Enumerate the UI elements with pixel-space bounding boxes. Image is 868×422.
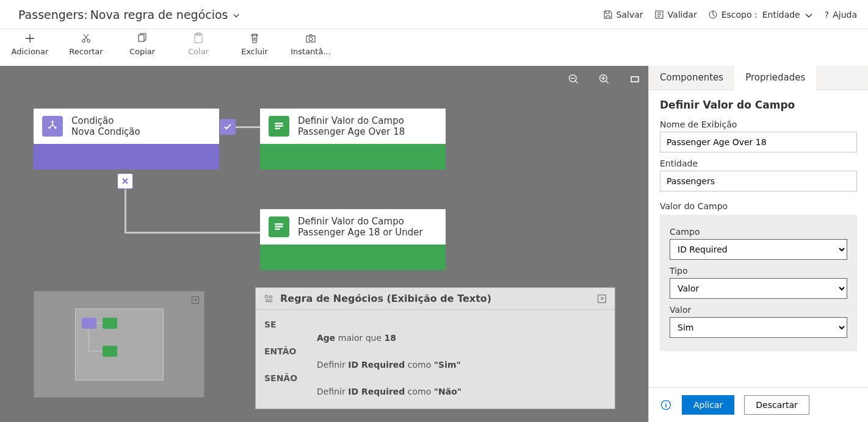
then-expression: Definir ID Required como "Sim" [317,360,606,370]
scope-label: Escopo : [722,10,758,20]
page-title[interactable]: Passengers: Nova regra de negócios [18,8,241,21]
zoom-out-icon[interactable] [568,73,580,85]
apply-button[interactable]: Aplicar [682,395,734,415]
rule-name: Nova regra de negócios [90,8,228,21]
tab-components[interactable]: Componentes [649,66,734,90]
help-label: Ajuda [833,10,857,20]
chevron-down-icon[interactable] [232,12,241,20]
value-label: Valor [670,305,847,315]
properties-panel: Componentes Propriedades Definir Valor d… [648,66,868,422]
svg-rect-17 [275,125,283,127]
add-label: Adicionar [12,47,49,56]
minimap-node [82,318,96,329]
else-label: SENÃO [264,373,300,383]
branch-icon [42,116,63,137]
tab-properties[interactable]: Propriedades [734,66,816,90]
info-icon[interactable] [660,399,672,411]
field-label: Campo [670,227,847,237]
svg-rect-16 [275,123,283,124]
snapshot-button[interactable]: Instantâ... [294,32,327,56]
action-then-node[interactable]: Definir Valor do Campo Passenger Age Ove… [260,109,446,170]
zoom-in-icon[interactable] [598,73,610,85]
minimap[interactable] [34,291,204,398]
connector [125,232,260,234]
minimap-connector [88,351,103,352]
svg-rect-21 [275,229,280,231]
cut-button[interactable]: Recortar [70,32,103,56]
validate-button[interactable]: Validar [654,10,697,20]
help-button[interactable]: ? Ajuda [825,10,857,20]
svg-point-14 [48,127,50,129]
node-subtitle: Passenger Age Over 18 [298,126,405,137]
branch-true-badge [220,119,236,135]
popout-icon[interactable] [190,295,200,305]
scope-value: Entidade [762,10,800,20]
field-select[interactable]: ID Required [670,239,847,260]
entity-input[interactable] [660,171,857,191]
svg-rect-4 [139,35,144,41]
panel-title: Definir Valor do Campo [660,99,857,111]
display-name-input[interactable] [660,132,857,152]
copy-icon [136,32,148,45]
minimap-node [103,346,117,357]
node-title: Definir Valor do Campo [298,216,423,227]
validate-icon [654,10,664,20]
node-title: Condição [71,115,140,126]
paste-label: Colar [188,47,209,56]
scope-selector[interactable]: Escopo : Entidade [708,10,814,20]
fit-to-screen-icon[interactable] [629,73,641,85]
if-text [317,320,606,329]
value-select[interactable]: Sim [670,317,847,338]
condition-node[interactable]: Condição Nova Condição [34,109,219,170]
snapshot-label: Instantâ... [291,47,331,56]
svg-point-13 [51,121,53,123]
svg-rect-18 [275,128,280,130]
connector [125,189,126,233]
paste-button[interactable]: Colar [182,32,215,56]
node-subtitle: Passenger Age 18 or Under [298,227,423,238]
discard-button[interactable]: Descartar [744,395,809,415]
set-value-icon [269,216,289,237]
save-button[interactable]: Salvar [603,10,643,20]
svg-rect-19 [275,223,283,225]
scissors-icon [80,32,92,45]
copy-button[interactable]: Copiar [126,32,159,56]
type-label: Tipo [670,266,847,276]
svg-rect-20 [275,226,283,227]
field-value-section-label: Valor do Campo [660,201,857,211]
else-expression: Definir ID Required como "Não" [317,387,606,396]
toolbar: Adicionar Recortar Copiar Colar Excluir … [0,29,868,66]
expand-icon[interactable] [596,293,607,304]
node-footer [260,245,446,270]
svg-point-22 [265,295,268,298]
minimap-node [103,318,117,329]
plus-icon [24,32,36,45]
node-footer [34,144,219,170]
validate-label: Validar [668,10,697,20]
save-label: Salvar [617,10,643,20]
type-select[interactable]: Valor [670,278,847,299]
header-bar: Passengers: Nova regra de negócios Salva… [0,0,868,29]
node-footer [260,144,446,170]
svg-point-2 [82,40,85,43]
design-canvas[interactable]: Condição Nova Condição Definir Valor do … [0,66,648,422]
save-icon [603,10,613,20]
entity-label: Entidade [660,159,857,168]
action-else-node[interactable]: Definir Valor do Campo Passenger Age 18 … [260,209,446,270]
delete-button[interactable]: Excluir [238,32,271,56]
set-value-icon [269,116,289,137]
settings-list-icon [263,293,274,304]
if-label: SE [264,320,300,329]
text-view-title: Regra de Negócios (Exibição de Texto) [280,293,491,304]
copy-label: Copiar [129,47,155,56]
svg-point-15 [54,127,56,129]
minimap-connector [88,329,89,351]
entity-name: Passengers [18,8,84,21]
add-button[interactable]: Adicionar [13,32,46,56]
paste-icon [192,32,204,45]
connector [236,126,260,128]
if-expression: Age maior que 18 [317,333,606,343]
node-title: Definir Valor do Campo [298,115,405,126]
delete-label: Excluir [241,47,268,56]
then-label: ENTÃO [264,346,300,356]
